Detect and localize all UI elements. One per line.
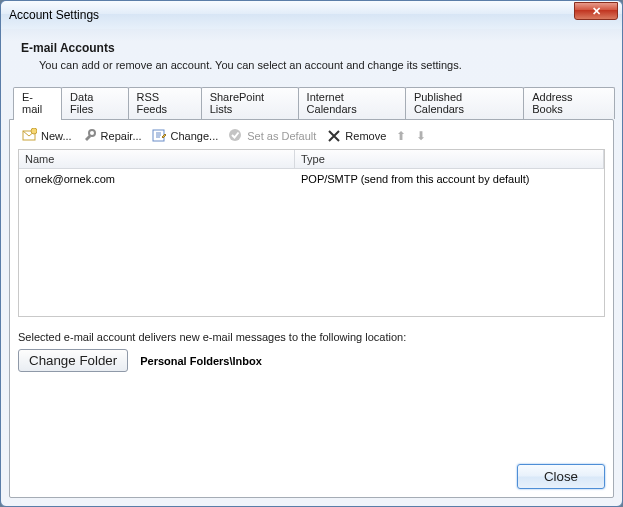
folder-row: Change Folder Personal Folders\Inbox [18,349,605,372]
change-icon [152,128,167,143]
svg-point-4 [229,129,241,141]
set-default-button: Set as Default [228,128,316,143]
repair-icon [82,128,97,143]
close-icon: ✕ [592,6,601,17]
tab-rss-feeds[interactable]: RSS Feeds [128,87,202,119]
table-row[interactable]: ornek@ornek.com POP/SMTP (send from this… [19,169,604,189]
titlebar: Account Settings ✕ [1,1,622,29]
grid-body: ornek@ornek.com POP/SMTP (send from this… [19,169,604,316]
toolbar: New... Repair... Change... [18,126,605,149]
tab-panel-email: New... Repair... Change... [9,119,614,498]
svg-point-1 [31,128,37,134]
page-title: E-mail Accounts [21,41,602,55]
col-header-type[interactable]: Type [295,150,604,168]
move-up-button: ⬆ [396,129,406,143]
cell-type: POP/SMTP (send from this account by defa… [295,171,604,187]
svg-point-2 [89,130,95,136]
change-label: Change... [171,130,219,142]
new-icon [22,128,37,143]
header-strip: E-mail Accounts You can add or remove an… [9,31,614,83]
change-account-button[interactable]: Change... [152,128,219,143]
tab-address-books[interactable]: Address Books [523,87,615,119]
grid-headers: Name Type [19,150,604,169]
remove-account-button[interactable]: Remove [326,128,386,143]
tab-internet-calendars[interactable]: Internet Calendars [298,87,406,119]
close-button[interactable]: Close [517,464,605,489]
tab-sharepoint-lists[interactable]: SharePoint Lists [201,87,299,119]
change-folder-button[interactable]: Change Folder [18,349,128,372]
move-down-button: ⬇ [416,129,426,143]
accounts-grid: Name Type ornek@ornek.com POP/SMTP (send… [18,149,605,317]
page-subtitle: You can add or remove an account. You ca… [39,59,602,71]
tab-data-files[interactable]: Data Files [61,87,128,119]
folder-path: Personal Folders\Inbox [140,355,262,367]
window-close-button[interactable]: ✕ [574,2,618,20]
set-default-label: Set as Default [247,130,316,142]
new-account-button[interactable]: New... [22,128,72,143]
tab-published-calendars[interactable]: Published Calendars [405,87,524,119]
repair-account-button[interactable]: Repair... [82,128,142,143]
tab-email[interactable]: E-mail [13,87,62,120]
account-settings-dialog: Account Settings ✕ E-mail Accounts You c… [0,0,623,507]
footer: Close [18,454,605,489]
tabstrip: E-mail Data Files RSS Feeds SharePoint L… [9,87,614,119]
client-area: E-mail Accounts You can add or remove an… [9,31,614,498]
window-title: Account Settings [9,8,574,22]
cell-name: ornek@ornek.com [19,171,295,187]
check-circle-icon [228,128,243,143]
repair-label: Repair... [101,130,142,142]
remove-label: Remove [345,130,386,142]
col-header-name[interactable]: Name [19,150,295,168]
remove-icon [326,128,341,143]
delivery-location-text: Selected e-mail account delivers new e-m… [18,331,605,343]
new-label: New... [41,130,72,142]
